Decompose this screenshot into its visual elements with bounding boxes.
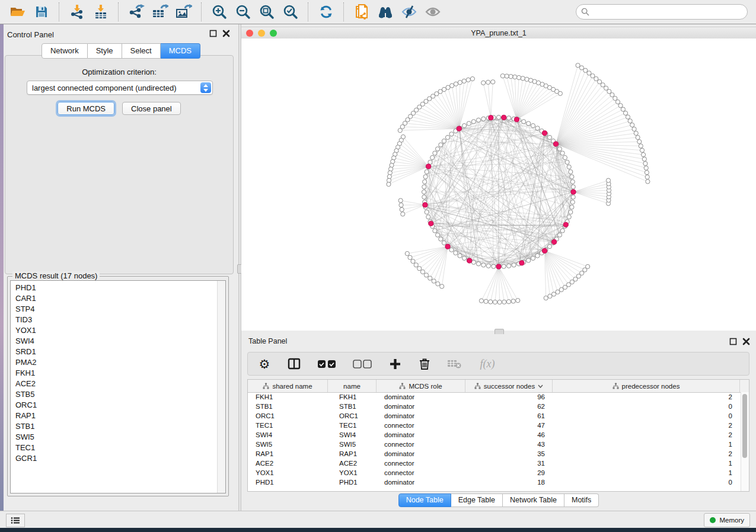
mcds-result-item[interactable]: PHD1 xyxy=(11,282,218,293)
add-column-button[interactable] xyxy=(388,357,402,371)
table-row[interactable]: STB1STB1dominator620 xyxy=(248,402,741,411)
delete-column-button[interactable] xyxy=(417,357,432,371)
float-panel-icon[interactable] xyxy=(209,30,217,37)
cell-successor-nodes: 18 xyxy=(465,479,553,486)
mcds-result-item[interactable]: GCR1 xyxy=(11,453,218,463)
import-table-button[interactable] xyxy=(91,2,111,22)
mcds-result-item[interactable]: CAR1 xyxy=(11,293,218,303)
export-image-button[interactable] xyxy=(174,2,194,22)
share-document-button[interactable] xyxy=(352,2,372,22)
column-header-mcds-role[interactable]: MCDS role xyxy=(377,380,465,392)
task-history-button[interactable] xyxy=(6,514,25,527)
show-columns-button[interactable] xyxy=(287,357,301,371)
import-table-icon xyxy=(93,4,109,20)
zoom-out-button[interactable] xyxy=(233,2,253,22)
cell-shared-name: SWI5 xyxy=(248,441,328,448)
tab-network[interactable]: Network xyxy=(42,43,88,59)
optimization-criterion-select[interactable]: largest connected component (undirected) xyxy=(27,81,213,95)
close-panel-icon[interactable] xyxy=(742,338,750,345)
table-row[interactable]: PHD1PHD1dominator180 xyxy=(248,477,741,487)
table-row[interactable]: YOX1YOX1connector291 xyxy=(248,468,741,477)
tab-select[interactable]: Select xyxy=(122,43,161,59)
tab-mcds[interactable]: MCDS xyxy=(161,43,200,59)
cell-shared-name: ACE2 xyxy=(248,460,328,467)
hide-panel-button[interactable] xyxy=(399,2,419,22)
table-row[interactable]: ACE2ACE2connector311 xyxy=(248,459,741,468)
column-label: MCDS role xyxy=(409,383,442,390)
network-canvas[interactable] xyxy=(241,39,756,331)
column-header-shared-name[interactable]: shared name xyxy=(248,380,328,392)
mcds-result-item[interactable]: SRD1 xyxy=(11,346,218,357)
checked-checkboxes-icon xyxy=(317,360,336,368)
column-header-successor-nodes[interactable]: successor nodes xyxy=(465,380,553,392)
tab-node-table[interactable]: Node Table xyxy=(398,493,451,507)
table-row[interactable]: SWI5SWI5connector431 xyxy=(248,440,741,449)
zoom-selected-icon xyxy=(283,4,298,20)
cell-shared-name: STB1 xyxy=(248,403,328,410)
column-label: predecessor nodes xyxy=(622,383,680,390)
table-panel: Table Panel ⚙ xyxy=(241,334,756,511)
table-row[interactable]: FKH1FKH1dominator962 xyxy=(248,392,741,402)
deselect-all-button[interactable] xyxy=(352,357,372,371)
refresh-layout-button[interactable] xyxy=(316,2,336,22)
mcds-result-item[interactable]: STP4 xyxy=(11,303,218,314)
search-input[interactable] xyxy=(592,7,742,17)
save-session-button[interactable] xyxy=(31,2,52,22)
zoom-in-button[interactable] xyxy=(209,2,229,22)
table-row[interactable]: TEC1TEC1connector472 xyxy=(248,421,741,430)
table-scrollbar[interactable] xyxy=(741,392,749,491)
column-header-predecessor-nodes[interactable]: predecessor nodes xyxy=(553,380,740,392)
table-row[interactable]: RAP1RAP1dominator352 xyxy=(248,449,741,459)
select-all-button[interactable] xyxy=(317,357,337,371)
memory-button[interactable]: Memory xyxy=(704,513,750,527)
import-network-button[interactable] xyxy=(67,2,87,22)
scrollbar-thumb[interactable] xyxy=(742,394,747,458)
zoom-fit-button[interactable] xyxy=(257,2,277,22)
mcds-result-item[interactable]: TID3 xyxy=(11,314,218,325)
tab-network-table[interactable]: Network Table xyxy=(503,493,564,507)
network-nodes[interactable] xyxy=(387,63,650,305)
open-file-button[interactable] xyxy=(8,2,28,22)
zoom-selected-button[interactable] xyxy=(280,2,301,22)
mcds-result-item[interactable]: SWI5 xyxy=(11,431,218,442)
column-header-name[interactable]: name xyxy=(328,380,377,392)
table-options-button[interactable]: ⚙ xyxy=(257,357,272,371)
mcds-result-item[interactable]: RAP1 xyxy=(11,410,218,421)
mcds-result-item[interactable]: TEC1 xyxy=(11,442,218,453)
node-table: shared namenameMCDS rolesuccessor nodesp… xyxy=(247,379,749,492)
close-panel-button[interactable]: Close panel xyxy=(122,102,181,115)
table-row[interactable]: ORC1ORC1dominator610 xyxy=(248,411,741,421)
cell-predecessor-nodes: 2 xyxy=(553,431,740,438)
mcds-result-item[interactable]: PMA2 xyxy=(11,357,218,367)
mcds-result-item[interactable]: STB5 xyxy=(11,389,218,399)
mcds-result-item[interactable]: STB1 xyxy=(11,421,218,431)
tab-style[interactable]: Style xyxy=(88,43,122,59)
column-type-icon xyxy=(399,383,406,389)
delete-table-icon xyxy=(447,358,461,369)
column-label: name xyxy=(343,383,361,390)
float-panel-icon[interactable] xyxy=(729,338,737,345)
desktop-edge-bottom xyxy=(0,527,756,532)
cell-predecessor-nodes: 2 xyxy=(553,393,740,400)
mcds-result-item[interactable]: SWI4 xyxy=(11,335,218,346)
cell-successor-nodes: 61 xyxy=(465,412,553,419)
tab-edge-table[interactable]: Edge Table xyxy=(451,493,503,507)
table-row[interactable]: SWI4SWI4dominator462 xyxy=(248,430,741,440)
mcds-result-item[interactable]: FKH1 xyxy=(11,367,218,378)
search-network-button[interactable] xyxy=(375,2,395,22)
tab-motifs[interactable]: Motifs xyxy=(564,493,599,507)
cell-successor-nodes: 31 xyxy=(465,460,553,467)
global-search[interactable] xyxy=(576,4,748,20)
mcds-result-item[interactable]: ORC1 xyxy=(11,399,218,410)
mcds-result-item[interactable]: ACE2 xyxy=(11,378,218,389)
list-icon xyxy=(11,517,20,524)
open-folder-icon xyxy=(9,5,26,19)
mcds-result-item[interactable]: YOX1 xyxy=(11,325,218,335)
export-table-button[interactable] xyxy=(150,2,170,22)
show-panel-button[interactable] xyxy=(423,2,443,22)
mcds-result-scrollbar[interactable] xyxy=(217,281,225,493)
export-network-button[interactable] xyxy=(126,2,146,22)
network-window-titlebar[interactable]: YPA_prune.txt_1 xyxy=(241,27,756,39)
run-mcds-button[interactable]: Run MCDS xyxy=(58,102,114,115)
close-panel-icon[interactable] xyxy=(222,30,230,37)
